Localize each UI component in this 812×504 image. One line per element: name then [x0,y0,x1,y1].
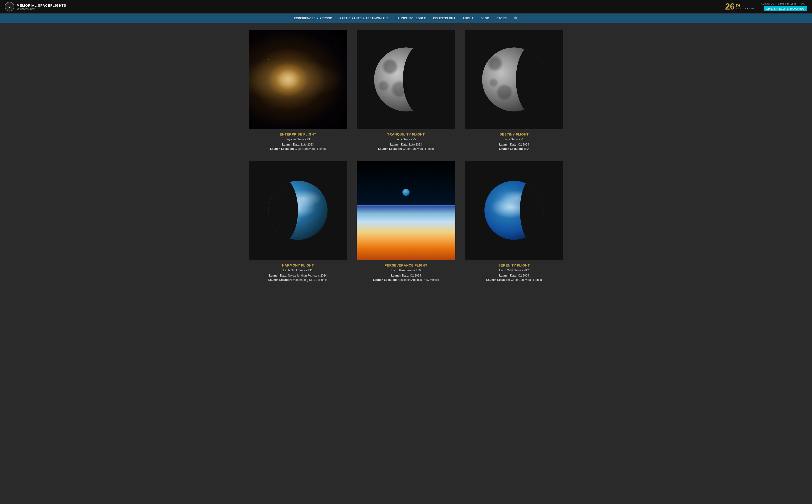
horizon-line [357,205,455,206]
harmony-service: Earth Orbit Service #11 [283,269,313,272]
tranquility-location-value: Cape Canaveral, Florida [403,147,434,151]
flight-image-serenity [465,161,563,259]
flight-card-destiny[interactable]: DESTINY FLIGHT Luna Service #3 Launch Da… [465,30,563,151]
harmony-date: Launch Date: No earlier than February, 2… [269,274,327,277]
logo-area: C MEMORIAL SPACEFLIGHTS Established 1994 [5,2,66,11]
galaxy-image [249,30,347,129]
flight-card-tranquility[interactable]: TRANQUILITY FLIGHT Luna Service #2 Launc… [357,30,455,151]
serenity-service: Earth Orbit Service #12 [499,269,529,272]
moon-half-right [374,47,438,111]
header-top-links: Contact Us | 1-866-866-1186 | FAQ | [761,2,807,5]
destiny-title[interactable]: DESTINY FLIGHT [499,132,528,136]
flight-card-perseverance[interactable]: PERSEVERANCE FLIGHT Earth Rise Service #… [357,161,455,282]
serenity-date-label: Launch Date: [499,274,517,277]
flight-image-destiny [465,30,563,129]
flight-grid: ENTERPRISE FLIGHT Voyager Service #1 Lau… [249,30,563,282]
faq-link[interactable]: FAQ [800,2,805,5]
horizon-bg [357,205,455,259]
destiny-date: Launch Date: Q2 2024 [499,143,529,146]
header-links: Contact Us | 1-866-866-1186 | FAQ | LIVE… [761,2,807,11]
flight-card-harmony[interactable]: HARMONY FLIGHT Earth Orbit Service #11 L… [249,161,347,282]
serenity-location: Launch Location: Cape Canaveral, Florida [486,278,542,282]
anniversary-badge: 26 TH ANNIVERSARY [725,2,756,11]
serenity-location-label: Launch Location: [486,278,510,282]
enterprise-date: Launch Date: Late 2023 [282,143,314,146]
perseverance-location-label: Launch Location: [373,278,397,282]
perseverance-service: Earth Rise Service #10 [391,269,421,272]
logo-title: MEMORIAL SPACEFLIGHTS [17,4,66,7]
tranquility-location: Launch Location: Cape Canaveral, Florida [378,147,434,151]
earth-harmony-image [249,161,347,259]
perseverance-image [357,161,455,259]
contact-link[interactable]: Contact Us [761,2,774,5]
serenity-location-value: Cape Canaveral, Florida [511,278,542,282]
flight-image-harmony [249,161,347,259]
nav-participants[interactable]: PARTICIPANTS & TESTIMONIALS [340,17,388,20]
harmony-location-value: Vandenberg SFB California [293,278,328,282]
nav-launch-schedule[interactable]: LAUNCH SCHEDULE [396,17,426,20]
destiny-date-label: Launch Date: [499,143,517,146]
perseverance-location: Launch Location: Spaceport America, New … [373,278,439,282]
tranquility-title[interactable]: TRANQUILITY FLIGHT [387,132,425,136]
earth-serenity-shape [484,181,543,240]
enterprise-location: Launch Location: Cape Canaveral, Florida [270,147,326,151]
header-right: 26 TH ANNIVERSARY Contact Us | 1-866-866… [725,2,807,11]
logo-text-area: MEMORIAL SPACEFLIGHTS Established 1994 [17,4,66,10]
tranquility-location-label: Launch Location: [378,147,402,151]
serenity-title[interactable]: SERENITY FLIGHT [498,263,530,267]
harmony-location-label: Launch Location: [268,278,292,282]
destiny-service: Luna Service #3 [504,138,524,141]
moon-destiny-image [465,30,563,129]
anniversary-th: TH [736,4,756,7]
nav-store[interactable]: STORE [497,17,507,20]
earth-serenity-image [465,161,563,259]
enterprise-location-value: Cape Canaveral, Florida [295,147,326,151]
perseverance-date-label: Launch Date: [391,274,409,277]
harmony-title[interactable]: HARMONY FLIGHT [282,263,314,267]
destiny-location-label: Launch Location: [499,147,523,151]
harmony-date-label: Launch Date: [269,274,287,277]
flight-card-serenity[interactable]: SERENITY FLIGHT Earth Orbit Service #12 … [465,161,563,282]
flight-image-enterprise [249,30,347,129]
moon-tranquility-image [357,30,455,129]
flight-card-enterprise[interactable]: ENTERPRISE FLIGHT Voyager Service #1 Lau… [249,30,347,151]
tranquility-service: Luna Service #2 [396,138,416,141]
destiny-date-value: Q2 2024 [518,143,529,146]
perseverance-location-value: Spaceport America, New Mexico [398,278,439,282]
nav-about[interactable]: ABOUT [463,17,473,20]
tranquility-date-label: Launch Date: [390,143,408,146]
enterprise-title[interactable]: ENTERPRISE FLIGHT [280,132,316,136]
phone-link[interactable]: 1-866-866-1186 [778,2,796,5]
main-content: ENTERPRISE FLIGHT Voyager Service #1 Lau… [239,23,573,287]
moon-destiny-shape [482,47,546,111]
anniversary-number: 26 [725,2,735,11]
harmony-location: Launch Location: Vandenberg SFB Californ… [268,278,328,282]
logo-icon: C [5,2,14,11]
perseverance-title[interactable]: PERSEVERANCE FLIGHT [385,263,427,267]
harmony-date-value: No earlier than February, 2024 [288,274,327,277]
perseverance-earth-dot [402,189,410,196]
destiny-location-value: TBA [523,147,529,151]
serenity-date-value: Q2 2024 [518,274,529,277]
enterprise-service: Voyager Service #1 [286,138,310,141]
live-satellite-button[interactable]: LIVE SATELLITE TRACKING [764,6,807,11]
anniversary-label: ANNIVERSARY [736,7,756,10]
nav-celestis-dna[interactable]: CELESTIS DNA [433,17,456,20]
perseverance-date: Launch Date: Q2 2024 [391,274,421,277]
nav-blog[interactable]: BLOG [481,17,489,20]
header: C MEMORIAL SPACEFLIGHTS Established 1994… [0,0,812,14]
enterprise-date-value: Late 2023 [301,143,314,146]
moon-shape-tranquility [374,47,438,111]
nav-experiences[interactable]: EXPERIENCES & PRICING [294,17,332,20]
search-icon[interactable]: 🔍 [514,16,518,20]
serenity-date: Launch Date: Q2 2024 [499,274,529,277]
flight-image-perseverance [357,161,455,259]
main-nav: EXPERIENCES & PRICING PARTICIPANTS & TES… [0,14,812,23]
flight-image-tranquility [357,30,455,129]
moon-shape-destiny [482,47,546,111]
enterprise-date-label: Launch Date: [282,143,300,146]
perseverance-date-value: Q2 2024 [410,274,421,277]
earth-harmony-shape [269,181,328,240]
destiny-location: Launch Location: TBA [499,147,529,151]
tranquility-date: Launch Date: Late 2023 [390,143,422,146]
